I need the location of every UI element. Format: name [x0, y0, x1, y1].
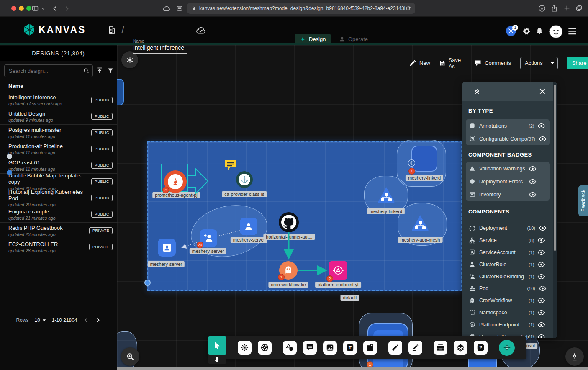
hamburger-menu-icon[interactable] [568, 28, 577, 35]
panel-row[interactable]: Deployment Errors [466, 175, 550, 188]
design-list-item[interactable]: Double Bubble Map Template-copyupdated 2… [0, 174, 117, 190]
maximize-window-button[interactable] [26, 6, 31, 11]
chevron-down-icon[interactable] [41, 6, 46, 11]
visibility-eye-icon[interactable] [537, 334, 545, 338]
comment-annotation[interactable] [224, 159, 237, 173]
help-tool[interactable]: ? [474, 341, 488, 355]
bottom-scrollbar[interactable] [117, 367, 588, 370]
minimize-window-button[interactable] [19, 6, 24, 11]
column-header-name[interactable]: Name [8, 83, 23, 89]
design-list-item[interactable]: EC2-CONTROLLERupdated 28 minutes agoPRIV… [0, 239, 117, 255]
visibility-eye-icon[interactable] [539, 225, 547, 231]
sticky-note-tool[interactable] [363, 341, 377, 355]
node-clusterrole[interactable] [240, 218, 257, 235]
panel-row[interactable]: Validation Warnings [466, 162, 550, 175]
design-list-item[interactable]: Untitled Designupdated 9 minutes agoPUBL… [0, 108, 117, 125]
feedback-tab[interactable]: Feedback [578, 185, 588, 216]
prev-page-button[interactable] [83, 317, 89, 323]
node-ca-provider[interactable]: ⚓ [236, 171, 253, 188]
components-tool[interactable] [238, 341, 252, 355]
design-list-item[interactable]: Intelligent Inferenceupdated a few secon… [0, 92, 117, 108]
design-list-item[interactable]: Postgres multi-masterupdated 11 minutes … [0, 125, 117, 141]
visibility-eye-icon[interactable] [529, 166, 537, 172]
visibility-eye-icon[interactable] [529, 179, 537, 185]
panel-row[interactable]: Pod(10) [466, 283, 550, 295]
visibility-eye-icon[interactable] [529, 192, 537, 198]
panel-row[interactable]: Service(8) [466, 234, 550, 247]
next-page-button[interactable] [95, 317, 101, 323]
visibility-eye-icon[interactable] [537, 249, 545, 255]
visibility-eye-icon[interactable] [537, 123, 545, 129]
notifications-bell-icon[interactable] [536, 27, 543, 35]
selection-handle[interactable] [144, 280, 151, 286]
panel-row[interactable]: ClusterRoleBinding(1) [466, 270, 550, 283]
downloads-button[interactable] [538, 5, 546, 12]
tab-overview-button[interactable] [575, 5, 583, 12]
visibility-eye-icon[interactable] [537, 237, 545, 243]
panel-row[interactable]: Deployment(10) [466, 222, 550, 234]
collapse-panel-button[interactable] [473, 87, 481, 95]
search-input[interactable] [8, 67, 83, 75]
new-button[interactable]: New [409, 60, 430, 67]
node-linkerd-deployment[interactable] [411, 146, 437, 172]
text-tool[interactable]: T [343, 341, 357, 355]
panel-row[interactable]: PlatformEndpoint(1) [466, 319, 550, 331]
share-page-button[interactable] [551, 4, 558, 12]
kubernetes-tool[interactable] [258, 341, 272, 355]
comment-tool[interactable] [303, 341, 317, 355]
pen-tool[interactable] [388, 341, 402, 355]
shapes-tool[interactable] [283, 341, 297, 355]
annotate-pen-button[interactable] [565, 347, 584, 366]
canvas-shape[interactable] [117, 79, 124, 105]
pencil-tool[interactable] [408, 341, 422, 355]
visibility-eye-icon[interactable] [539, 136, 547, 142]
share-button[interactable]: Share [567, 57, 588, 69]
save-as-button[interactable]: Save As [439, 57, 465, 69]
sidebar-toggle-icon[interactable] [32, 5, 39, 12]
rows-per-page-select[interactable]: 10 [34, 317, 46, 323]
panel-row[interactable]: CronWorkflow(1) [466, 295, 550, 307]
icloud-icon[interactable] [163, 5, 170, 12]
design-list-item[interactable]: Production-alt Pipelineupdated 11 minute… [0, 141, 117, 157]
reload-button[interactable] [405, 5, 411, 11]
search-icon[interactable] [83, 67, 89, 74]
close-panel-button[interactable] [539, 87, 546, 95]
visibility-eye-icon[interactable] [537, 298, 545, 303]
design-list-item[interactable]: Enigma exampleupdated 21 minutes agoPUBL… [0, 206, 117, 223]
panel-row[interactable]: Annotations(2) [466, 119, 550, 132]
reader-icon[interactable] [176, 5, 183, 12]
visibility-eye-icon[interactable] [539, 285, 547, 291]
visibility-eye-icon[interactable] [537, 310, 545, 316]
filter-icon[interactable] [107, 67, 114, 74]
panel-row[interactable]: ClusterRole(1) [466, 258, 550, 270]
close-window-button[interactable] [11, 6, 16, 11]
new-tab-button[interactable] [563, 5, 570, 12]
back-button[interactable] [52, 5, 58, 12]
node-github-runner[interactable] [279, 212, 299, 232]
zoom-in-button[interactable] [121, 347, 139, 366]
url-bar[interactable]: kanvas.new/extension/meshmap?mode=design… [187, 3, 415, 14]
panel-scrollbar[interactable] [553, 82, 557, 338]
design-list-item[interactable]: GCP-east-01updated 11 minutes agoPUBLIC [0, 157, 117, 174]
design-list-item[interactable]: [Tutorial] Exploring Kubernetes Podupdat… [0, 190, 117, 206]
actions-button[interactable]: Actions [520, 57, 558, 69]
meshery-tool[interactable] [499, 340, 515, 356]
design-name-input[interactable] [133, 44, 187, 54]
drawer-tool[interactable] [434, 341, 447, 355]
upload-design-icon[interactable] [96, 67, 103, 75]
user-avatar[interactable] [549, 25, 563, 39]
visibility-eye-icon[interactable] [537, 322, 545, 328]
node-linkerd-service[interactable] [377, 186, 396, 204]
panel-row[interactable]: ServiceAccount(1) [466, 247, 550, 259]
settings-gear-icon[interactable] [523, 27, 531, 35]
layers-tool[interactable] [454, 341, 467, 355]
organization-icon[interactable] [108, 26, 116, 34]
image-tool[interactable] [323, 341, 337, 355]
panel-row[interactable]: Namespace(1) [466, 307, 550, 319]
panel-row[interactable]: Inventory [466, 188, 550, 201]
visibility-eye-icon[interactable] [537, 262, 545, 267]
visibility-eye-icon[interactable] [537, 274, 545, 280]
node-appmesh-service[interactable] [411, 214, 430, 232]
scrollbar-thumb[interactable] [554, 85, 556, 251]
forward-button[interactable] [64, 5, 70, 12]
